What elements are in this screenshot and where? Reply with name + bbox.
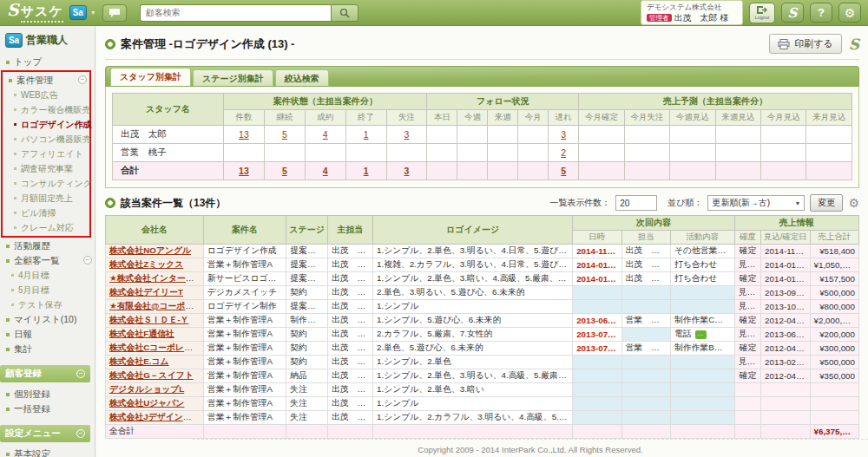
chevron-down-icon[interactable]: ▼ (90, 10, 96, 16)
collapse-toggle-icon[interactable]: − (78, 75, 87, 84)
sidebar-item[interactable]: 個別登録 (0, 387, 95, 402)
tab-inactive[interactable]: 絞込検索 (275, 69, 329, 86)
next-activity-cell: 打ち合わせ (670, 272, 734, 286)
count-link[interactable]: 5 (282, 129, 287, 140)
company-link[interactable]: 株式会社E.コム (109, 356, 169, 366)
sidebar-item[interactable]: ビル清掃 (3, 206, 89, 220)
refresh-icon[interactable]: S (849, 36, 859, 53)
next-date-cell: 2013-06-30 (573, 314, 621, 328)
next-staff-cell: 営業 桃子 (621, 314, 670, 328)
collapse-toggle-icon[interactable]: − (83, 256, 92, 264)
sidebar-item[interactable]: 月額固定売上 (3, 191, 89, 206)
search-input[interactable] (140, 4, 331, 22)
sidebar-item[interactable]: テスト保存 (0, 297, 95, 312)
sidebar-item[interactable]: 集計 (0, 342, 95, 356)
sidebar-item[interactable]: トップ (0, 55, 95, 69)
sidebar-item-label: 調査研究事業 (21, 163, 73, 174)
company-link[interactable]: 株式会社Jデザイン事務所 (109, 412, 203, 421)
sidebar-item[interactable]: クレーム対応 (3, 220, 89, 235)
count-link[interactable]: 5 (561, 166, 566, 176)
table-row: 株式会社Uジャパン営業＋制作管理A失注出茂 太郎1.シンプル (106, 397, 859, 411)
count-link[interactable]: 4 (323, 166, 328, 176)
company-link[interactable]: ★有限会社@コーポレーション (109, 301, 203, 310)
next-date-cell: 2013-07-26 (573, 342, 621, 356)
sidebar-item-label: カラー複合機販売 (21, 104, 90, 115)
company-link[interactable]: 株式会社デイリーT (109, 287, 183, 297)
sidebar-item[interactable]: ロゴデザイン作成 (3, 117, 89, 132)
comment-icon[interactable]: … (695, 330, 707, 339)
tab-inactive[interactable]: ステージ別集計 (193, 69, 273, 86)
change-button[interactable]: 変更 (810, 194, 843, 212)
count-link[interactable]: 1 (364, 166, 369, 176)
sidebar-item[interactable]: カラー複合機販売 (3, 102, 89, 117)
collapse-toggle-icon[interactable]: − (76, 369, 85, 378)
bullet-icon (6, 408, 10, 411)
search-button[interactable] (331, 4, 358, 22)
count-link[interactable]: 2 (561, 147, 566, 158)
bullet-icon (14, 94, 16, 96)
company-link[interactable]: 株式会社Cコーポレーション (109, 343, 203, 352)
collapse-toggle-icon[interactable]: − (76, 429, 85, 438)
sidebar-item[interactable]: パソコン機器販売 (3, 132, 89, 147)
company-link[interactable]: 株式会社Zミックス (109, 259, 183, 269)
sa-product-badge[interactable]: Sa (69, 5, 87, 20)
count-link[interactable]: 5 (282, 166, 287, 176)
column-group-header: 案件状態（主担当案件分） (223, 94, 427, 110)
user-name: 出茂 太郎 様 (674, 13, 729, 23)
count-link[interactable]: 4 (323, 129, 328, 140)
per-page-input[interactable] (615, 195, 657, 211)
sidebar-item[interactable]: アフィリエイト (3, 147, 89, 161)
sidebar-item[interactable]: 日報 (0, 327, 95, 342)
accuracy-cell: 確定 (734, 314, 760, 328)
company-link[interactable]: ★株式会社インターロップ (109, 273, 203, 283)
sidebar-item[interactable]: 活動履歴 (0, 238, 95, 253)
sidebar-item[interactable]: 一括登録 (0, 402, 95, 416)
sidebar-item[interactable]: 基本設定 (0, 447, 95, 457)
count-link[interactable]: 3 (404, 166, 410, 176)
company-link[interactable]: 株式会社ＳＩＤＥ-Ｙ (109, 315, 188, 324)
gear-icon[interactable]: ⚙ (848, 197, 859, 209)
count-link[interactable]: 13 (239, 166, 249, 176)
company-link[interactable]: 株式会社G－スイフト (109, 370, 194, 380)
sidebar-item[interactable]: 全顧客一覧− (0, 253, 95, 268)
sidebar-item[interactable]: コンサルティング (3, 176, 89, 191)
count-link[interactable]: 1 (364, 129, 369, 140)
count-link[interactable]: 3 (404, 129, 410, 140)
bullet-icon (14, 167, 16, 170)
print-button[interactable]: 印刷する (769, 34, 842, 54)
sort-order-select[interactable]: 更新順(新→古) ▼ (707, 195, 805, 211)
sidebar-item[interactable]: WEB広告 (3, 88, 89, 102)
company-link[interactable]: 株式会社NOアングル (109, 245, 191, 255)
owner-cell: 出茂 太郎 (328, 258, 373, 272)
company-link[interactable]: デジタルショップL (109, 384, 184, 394)
sidebar-item[interactable]: 案件管理− (3, 73, 89, 88)
amount-cell: ¥518,400 (810, 245, 859, 258)
empty-cell (734, 425, 760, 439)
settings-button[interactable]: ⚙ (838, 3, 861, 23)
sidebar-item[interactable]: 5月目標 (0, 283, 95, 297)
sidebar-section-header[interactable]: 顧客登録− (0, 365, 90, 382)
amount-cell: ¥800,000 (810, 300, 859, 314)
logout-button[interactable]: Logout (749, 3, 775, 23)
bullet-icon (11, 274, 14, 277)
sidebar-item[interactable]: 4月目標 (0, 268, 95, 283)
company-link[interactable]: 株式会社F通信社 (109, 329, 174, 338)
sasuke-home-button[interactable]: S (781, 3, 804, 23)
sasuke-logo: S サスケ (7, 3, 63, 23)
summary-value-cell: 4 (305, 126, 345, 144)
sidebar-item[interactable]: マイリスト(10) (0, 312, 95, 327)
sidebar-item[interactable]: 調査研究事業 (3, 161, 89, 176)
chat-button[interactable] (102, 4, 127, 22)
section-bullet-icon (105, 198, 115, 208)
next-date-cell (573, 397, 621, 411)
section-bullet-icon (105, 39, 115, 49)
company-cell: 株式会社デイリーT (106, 286, 204, 300)
tab-active[interactable]: スタッフ別集計 (110, 68, 191, 86)
column-header: 活動内容 (670, 231, 734, 245)
count-link[interactable]: 13 (239, 129, 249, 140)
company-link[interactable]: 株式会社Uジャパン (109, 398, 184, 408)
help-button[interactable]: ? (810, 3, 832, 23)
empty-cell (573, 425, 621, 439)
count-link[interactable]: 3 (561, 129, 566, 140)
sidebar-section-header[interactable]: 設定メニュー− (0, 425, 90, 442)
